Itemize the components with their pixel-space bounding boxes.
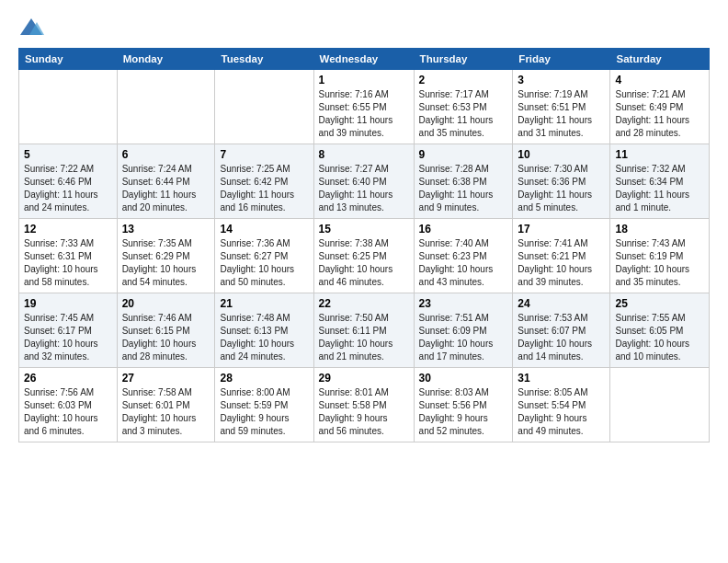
day-info: Sunrise: 7:45 AM Sunset: 6:17 PM Dayligh… (24, 312, 112, 363)
day-number: 6 (122, 148, 210, 161)
day-number: 19 (24, 297, 112, 310)
day-number: 10 (518, 148, 605, 161)
weekday-saturday: Saturday (610, 49, 710, 70)
day-info: Sunrise: 7:16 AM Sunset: 6:55 PM Dayligh… (319, 88, 409, 140)
calendar-cell: 31Sunrise: 8:05 AM Sunset: 5:54 PM Dayli… (513, 368, 610, 442)
day-info: Sunrise: 8:01 AM Sunset: 5:58 PM Dayligh… (319, 386, 409, 438)
calendar-cell: 21Sunrise: 7:48 AM Sunset: 6:13 PM Dayli… (215, 293, 313, 368)
calendar-cell (610, 368, 710, 442)
day-info: Sunrise: 7:28 AM Sunset: 6:38 PM Dayligh… (419, 163, 508, 214)
day-number: 2 (419, 74, 508, 86)
day-info: Sunrise: 7:19 AM Sunset: 6:51 PM Dayligh… (518, 88, 605, 140)
day-info: Sunrise: 7:58 AM Sunset: 6:01 PM Dayligh… (122, 386, 210, 438)
calendar-cell: 11Sunrise: 7:32 AM Sunset: 6:34 PM Dayli… (610, 144, 710, 219)
calendar-cell (215, 70, 313, 144)
calendar-cell: 9Sunrise: 7:28 AM Sunset: 6:38 PM Daylig… (414, 144, 513, 219)
calendar-cell: 16Sunrise: 7:40 AM Sunset: 6:23 PM Dayli… (414, 219, 513, 293)
calendar-cell: 20Sunrise: 7:46 AM Sunset: 6:15 PM Dayli… (117, 293, 215, 368)
day-number: 16 (419, 223, 508, 236)
day-info: Sunrise: 7:38 AM Sunset: 6:25 PM Dayligh… (319, 237, 409, 289)
calendar-cell (117, 70, 215, 144)
day-number: 24 (518, 297, 605, 310)
calendar-cell: 24Sunrise: 7:53 AM Sunset: 6:07 PM Dayli… (513, 293, 610, 368)
day-info: Sunrise: 8:03 AM Sunset: 5:56 PM Dayligh… (419, 386, 508, 438)
day-info: Sunrise: 7:32 AM Sunset: 6:34 PM Dayligh… (615, 163, 704, 214)
logo-icon (18, 15, 44, 40)
day-info: Sunrise: 7:27 AM Sunset: 6:40 PM Dayligh… (319, 163, 409, 214)
calendar-cell: 12Sunrise: 7:33 AM Sunset: 6:31 PM Dayli… (19, 219, 118, 293)
calendar-cell: 17Sunrise: 7:41 AM Sunset: 6:21 PM Dayli… (513, 219, 610, 293)
day-number: 20 (122, 297, 210, 310)
day-number: 1 (319, 74, 409, 86)
day-number: 15 (319, 223, 409, 236)
calendar-cell: 22Sunrise: 7:50 AM Sunset: 6:11 PM Dayli… (313, 293, 414, 368)
day-info: Sunrise: 7:33 AM Sunset: 6:31 PM Dayligh… (24, 237, 112, 289)
calendar-cell: 10Sunrise: 7:30 AM Sunset: 6:36 PM Dayli… (513, 144, 610, 219)
day-number: 25 (615, 297, 704, 310)
day-number: 21 (220, 297, 308, 310)
day-number: 27 (122, 372, 210, 385)
day-number: 12 (24, 223, 112, 236)
day-number: 22 (319, 297, 409, 310)
day-number: 14 (220, 223, 308, 236)
calendar-page: SundayMondayTuesdayWednesdayThursdayFrid… (0, 0, 728, 452)
day-info: Sunrise: 7:35 AM Sunset: 6:29 PM Dayligh… (122, 237, 210, 289)
day-info: Sunrise: 7:40 AM Sunset: 6:23 PM Dayligh… (419, 237, 508, 289)
day-info: Sunrise: 7:51 AM Sunset: 6:09 PM Dayligh… (419, 312, 508, 363)
calendar-cell: 14Sunrise: 7:36 AM Sunset: 6:27 PM Dayli… (215, 219, 313, 293)
calendar-table: SundayMondayTuesdayWednesdayThursdayFrid… (18, 48, 710, 442)
calendar-cell: 6Sunrise: 7:24 AM Sunset: 6:44 PM Daylig… (117, 144, 215, 219)
day-number: 29 (319, 372, 409, 385)
calendar-week-4: 19Sunrise: 7:45 AM Sunset: 6:17 PM Dayli… (19, 293, 710, 368)
day-info: Sunrise: 7:48 AM Sunset: 6:13 PM Dayligh… (220, 312, 308, 363)
day-number: 8 (319, 148, 409, 161)
day-info: Sunrise: 7:55 AM Sunset: 6:05 PM Dayligh… (615, 312, 704, 363)
day-info: Sunrise: 7:25 AM Sunset: 6:42 PM Dayligh… (220, 163, 308, 214)
weekday-wednesday: Wednesday (313, 49, 414, 70)
calendar-week-2: 5Sunrise: 7:22 AM Sunset: 6:46 PM Daylig… (19, 144, 710, 219)
calendar-cell: 5Sunrise: 7:22 AM Sunset: 6:46 PM Daylig… (19, 144, 118, 219)
weekday-thursday: Thursday (414, 49, 513, 70)
day-info: Sunrise: 7:56 AM Sunset: 6:03 PM Dayligh… (24, 386, 112, 438)
day-number: 26 (24, 372, 112, 385)
day-info: Sunrise: 7:30 AM Sunset: 6:36 PM Dayligh… (518, 163, 605, 214)
day-info: Sunrise: 7:43 AM Sunset: 6:19 PM Dayligh… (615, 237, 704, 289)
day-number: 5 (24, 148, 112, 161)
logo (18, 15, 48, 40)
day-number: 17 (518, 223, 605, 236)
calendar-cell: 23Sunrise: 7:51 AM Sunset: 6:09 PM Dayli… (414, 293, 513, 368)
day-info: Sunrise: 7:50 AM Sunset: 6:11 PM Dayligh… (319, 312, 409, 363)
day-number: 30 (419, 372, 508, 385)
day-info: Sunrise: 7:41 AM Sunset: 6:21 PM Dayligh… (518, 237, 605, 289)
calendar-cell: 13Sunrise: 7:35 AM Sunset: 6:29 PM Dayli… (117, 219, 215, 293)
day-info: Sunrise: 8:00 AM Sunset: 5:59 PM Dayligh… (220, 386, 308, 438)
weekday-sunday: Sunday (19, 49, 118, 70)
calendar-cell: 4Sunrise: 7:21 AM Sunset: 6:49 PM Daylig… (610, 70, 710, 144)
calendar-cell: 18Sunrise: 7:43 AM Sunset: 6:19 PM Dayli… (610, 219, 710, 293)
calendar-cell: 29Sunrise: 8:01 AM Sunset: 5:58 PM Dayli… (313, 368, 414, 442)
weekday-header-row: SundayMondayTuesdayWednesdayThursdayFrid… (19, 49, 710, 70)
calendar-cell: 27Sunrise: 7:58 AM Sunset: 6:01 PM Dayli… (117, 368, 215, 442)
calendar-cell: 30Sunrise: 8:03 AM Sunset: 5:56 PM Dayli… (414, 368, 513, 442)
day-info: Sunrise: 7:17 AM Sunset: 6:53 PM Dayligh… (419, 88, 508, 140)
day-info: Sunrise: 7:46 AM Sunset: 6:15 PM Dayligh… (122, 312, 210, 363)
calendar-week-3: 12Sunrise: 7:33 AM Sunset: 6:31 PM Dayli… (19, 219, 710, 293)
day-info: Sunrise: 7:21 AM Sunset: 6:49 PM Dayligh… (615, 88, 704, 140)
calendar-cell: 28Sunrise: 8:00 AM Sunset: 5:59 PM Dayli… (215, 368, 313, 442)
day-info: Sunrise: 7:22 AM Sunset: 6:46 PM Dayligh… (24, 163, 112, 214)
day-number: 13 (122, 223, 210, 236)
calendar-week-5: 26Sunrise: 7:56 AM Sunset: 6:03 PM Dayli… (19, 368, 710, 442)
day-info: Sunrise: 7:53 AM Sunset: 6:07 PM Dayligh… (518, 312, 605, 363)
day-number: 31 (518, 372, 605, 385)
calendar-cell: 7Sunrise: 7:25 AM Sunset: 6:42 PM Daylig… (215, 144, 313, 219)
calendar-cell: 8Sunrise: 7:27 AM Sunset: 6:40 PM Daylig… (313, 144, 414, 219)
calendar-cell (19, 70, 118, 144)
day-number: 3 (518, 74, 605, 86)
calendar-cell: 25Sunrise: 7:55 AM Sunset: 6:05 PM Dayli… (610, 293, 710, 368)
header (18, 15, 710, 40)
day-number: 4 (615, 74, 704, 86)
weekday-friday: Friday (513, 49, 610, 70)
day-number: 28 (220, 372, 308, 385)
weekday-monday: Monday (117, 49, 215, 70)
day-number: 23 (419, 297, 508, 310)
